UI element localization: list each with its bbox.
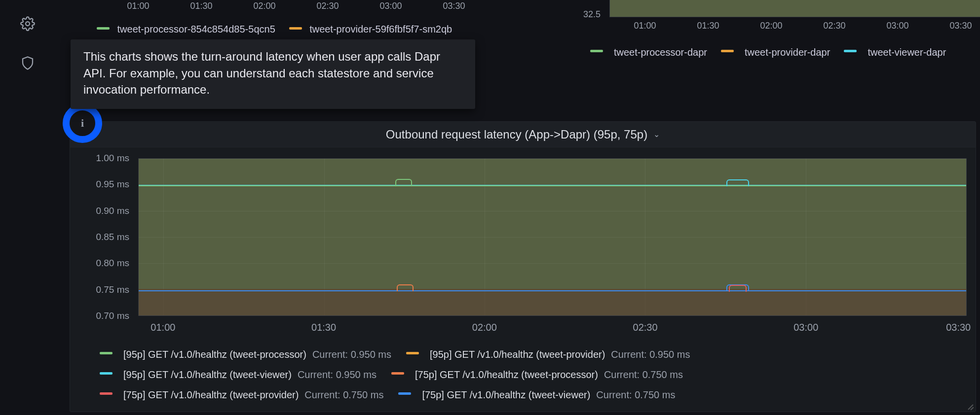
plot-area[interactable] [138,158,967,316]
x-tick: 01:30 [187,1,216,11]
x-tick: 03:00 [883,21,912,31]
x-tick: 03:30 [946,21,975,31]
upper-left-legend: tweet-processor-854c854d85-5qcn5 tweet-p… [97,24,452,35]
legend-swatch [100,372,113,375]
legend-current: Current: 0.950 ms [611,345,690,365]
main-area: 01:00 01:30 02:00 02:30 03:00 03:30 twee… [56,0,980,415]
plot-area-wrapper: 1.00 ms 0.95 ms 0.90 ms 0.85 ms 0.80 ms … [86,158,967,316]
legend-label: tweet-viewer-dapr [867,47,946,58]
x-tick: 02:00 [472,322,497,333]
upper-panels: 01:00 01:30 02:00 02:30 03:00 03:30 twee… [56,0,980,89]
y-tick: 0.90 ms [96,206,129,216]
x-tick: 03:30 [946,322,971,333]
legend-item[interactable]: [75p] GET /v1.0/healthz (tweet-provider)… [100,385,383,405]
legend-swatch [100,352,113,354]
x-tick: 03:00 [793,322,818,333]
legend-swatch [721,50,734,52]
sidebar [0,0,56,415]
legend-swatch [100,392,113,395]
legend-current: Current: 0.750 ms [604,365,683,385]
legend-item[interactable]: tweet-provider-dapr [721,47,830,58]
x-tick: 03:00 [377,1,405,11]
legend-swatch [590,50,603,52]
panel-upper-right: 32.5 01:00 01:30 02:00 02:30 03:00 03:30… [552,0,980,62]
legend-swatch [406,352,419,354]
series-spike [397,284,414,291]
legend-item[interactable]: [75p] GET /v1.0/healthz (tweet-viewer) C… [398,385,675,405]
upper-right-plot[interactable] [609,0,980,17]
x-tick: 01:00 [151,322,175,333]
legend-label: [95p] GET /v1.0/healthz (tweet-provider) [430,345,605,365]
legend-label: [95p] GET /v1.0/healthz (tweet-processor… [123,345,306,365]
legend-current: Current: 0.750 ms [596,385,675,405]
legend-swatch [391,372,404,375]
y-tick: 0.70 ms [96,311,129,321]
legend-label: [75p] GET /v1.0/healthz (tweet-provider) [123,385,299,405]
panel-info-icon[interactable]: i [63,104,102,143]
x-tick: 01:30 [311,322,336,333]
legend-label: [95p] GET /v1.0/healthz (tweet-viewer) [123,365,292,385]
x-tick: 01:00 [124,1,152,11]
legend-swatch [289,27,302,30]
upper-right-legend: tweet-processor-dapr tweet-provider-dapr… [590,47,946,58]
panel-resize-handle[interactable] [965,401,974,410]
legend-item[interactable]: [95p] GET /v1.0/healthz (tweet-processor… [100,345,391,365]
legend-swatch [844,50,857,52]
y-tick: 1.00 ms [96,153,129,164]
x-tick: 02:30 [820,21,849,31]
series-spike [729,285,747,292]
plot-lower-band [139,289,966,315]
main-legend: [95p] GET /v1.0/healthz (tweet-processor… [100,345,961,405]
y-tick: 0.80 ms [96,258,129,269]
shield-icon[interactable] [19,54,37,72]
legend-current: Current: 0.750 ms [304,385,383,405]
svg-point-0 [26,22,30,26]
legend-item[interactable]: [95p] GET /v1.0/healthz (tweet-viewer) C… [100,365,377,385]
legend-current: Current: 0.950 ms [298,365,377,385]
legend-current: Current: 0.950 ms [312,345,391,365]
legend-item[interactable]: [75p] GET /v1.0/healthz (tweet-processor… [391,365,683,385]
chevron-down-icon: ⌄ [653,130,660,139]
x-tick: 01:00 [631,21,659,31]
legend-label: tweet-processor-dapr [614,47,707,58]
x-tick: 02:30 [313,1,342,11]
legend-label[interactable]: tweet-processor-854c854d85-5qcn5 [117,24,275,35]
x-tick: 02:30 [633,322,658,333]
panel-description-tooltip: This charts shows the turn-around latenc… [71,39,475,109]
legend-swatch [398,392,411,395]
upper-left-x-axis: 01:00 01:30 02:00 02:30 03:00 03:30 [124,1,468,11]
panel-title[interactable]: Outbound request latency (App->Dapr) (95… [70,122,976,147]
gear-icon[interactable] [19,15,37,33]
x-tick: 02:00 [757,21,786,31]
series-line-95p-processor [139,185,966,186]
legend-label: [75p] GET /v1.0/healthz (tweet-processor… [415,365,598,385]
legend-item[interactable]: [95p] GET /v1.0/healthz (tweet-provider)… [406,345,690,365]
x-tick: 01:30 [694,21,722,31]
y-tick: 0.95 ms [96,179,129,190]
upper-right-x-axis: 01:00 01:30 02:00 02:30 03:00 03:30 [631,21,975,31]
x-tick: 03:30 [440,1,468,11]
x-tick: 02:00 [250,1,279,11]
legend-label: [75p] GET /v1.0/healthz (tweet-viewer) [422,385,590,405]
upper-right-y-tick: 32.5 [583,9,601,20]
panel-outbound-latency: Outbound request latency (App->Dapr) (95… [70,121,976,412]
series-spike [726,179,749,186]
legend-label: tweet-provider-dapr [745,47,830,58]
series-spike [395,179,412,186]
y-axis: 1.00 ms 0.95 ms 0.90 ms 0.85 ms 0.80 ms … [86,158,132,316]
legend-item[interactable]: tweet-viewer-dapr [844,47,946,58]
legend-swatch [97,27,110,30]
y-tick: 0.75 ms [96,284,129,295]
legend-label[interactable]: tweet-provider-59f6fbf5f7-sm2qb [309,24,452,35]
y-tick: 0.85 ms [96,232,129,242]
series-line-75p-viewer [139,290,966,291]
panel-title-text: Outbound request latency (App->Dapr) (95… [386,128,647,141]
legend-item[interactable]: tweet-processor-dapr [590,47,707,58]
